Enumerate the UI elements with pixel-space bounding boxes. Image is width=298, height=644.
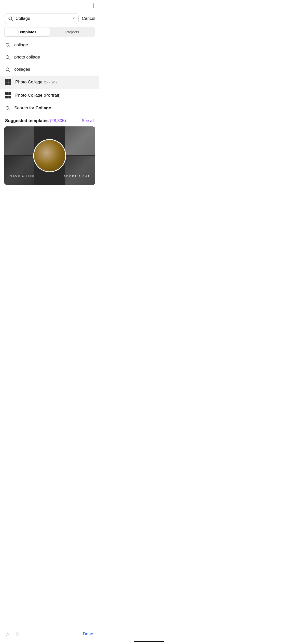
search-bar-row: Collage × Cancel bbox=[0, 11, 99, 27]
suggestion-search-for-collage[interactable]: Search for Collage bbox=[0, 102, 99, 114]
search-icon bbox=[5, 55, 10, 60]
suggestion-photo-collage-size[interactable]: Photo Collage25 × 20 cm bbox=[0, 76, 99, 89]
suggestion-text: collage bbox=[14, 42, 28, 48]
suggested-title: Suggested templates (28,305) bbox=[5, 118, 66, 123]
suggestion-text: photo collage bbox=[14, 55, 40, 60]
suggested-header: Suggested templates (28,305) See all bbox=[0, 114, 99, 126]
svg-line-1 bbox=[11, 20, 13, 21]
search-box[interactable]: Collage × bbox=[4, 13, 79, 24]
col-center bbox=[33, 126, 66, 185]
search-icon bbox=[5, 42, 10, 48]
center-circle-image bbox=[33, 139, 66, 172]
svg-point-2 bbox=[6, 43, 9, 46]
svg-line-9 bbox=[9, 109, 10, 110]
svg-line-3 bbox=[9, 46, 10, 47]
svg-point-8 bbox=[6, 106, 9, 109]
clear-icon[interactable]: × bbox=[73, 16, 75, 21]
collage-template-icon bbox=[5, 92, 11, 98]
cancel-button[interactable]: Cancel bbox=[82, 16, 95, 21]
svg-line-7 bbox=[9, 70, 10, 72]
search-icon bbox=[5, 106, 10, 111]
template-collage-image: Save a life Adopt a cat bbox=[4, 126, 95, 185]
tab-switcher: Templates Projects bbox=[4, 27, 95, 37]
see-all-button[interactable]: See all bbox=[82, 119, 94, 123]
suggestion-photo-collage-portrait[interactable]: Photo Collage (Portrait) bbox=[0, 89, 99, 102]
svg-point-6 bbox=[6, 68, 9, 71]
suggestion-list: collage photo collage collages Photo Col… bbox=[0, 39, 99, 114]
suggestion-photo-collage[interactable]: photo collage bbox=[0, 51, 99, 63]
collage-text-right: Adopt a cat bbox=[64, 175, 90, 178]
template-card[interactable]: Save a life Adopt a cat bbox=[4, 126, 95, 185]
svg-point-0 bbox=[9, 17, 12, 20]
collage-template-icon bbox=[5, 79, 11, 85]
suggestion-text: Search for Collage bbox=[14, 106, 51, 111]
suggestion-collages[interactable]: collages bbox=[0, 63, 99, 76]
search-icon bbox=[8, 16, 13, 21]
suggestion-text: collages bbox=[14, 67, 30, 72]
suggestion-text: Photo Collage (Portrait) bbox=[15, 93, 61, 98]
svg-line-5 bbox=[9, 58, 10, 60]
tab-templates[interactable]: Templates bbox=[5, 27, 50, 36]
search-icon bbox=[5, 67, 10, 72]
collage-text-left: Save a life bbox=[10, 175, 35, 178]
status-bar bbox=[0, 0, 99, 11]
battery-icon bbox=[93, 3, 94, 8]
tab-projects[interactable]: Projects bbox=[50, 27, 95, 36]
suggestion-collage[interactable]: collage bbox=[0, 39, 99, 51]
svg-point-4 bbox=[6, 55, 9, 58]
search-input[interactable]: Collage bbox=[16, 16, 70, 21]
suggestion-text: Photo Collage25 × 20 cm bbox=[15, 80, 61, 85]
